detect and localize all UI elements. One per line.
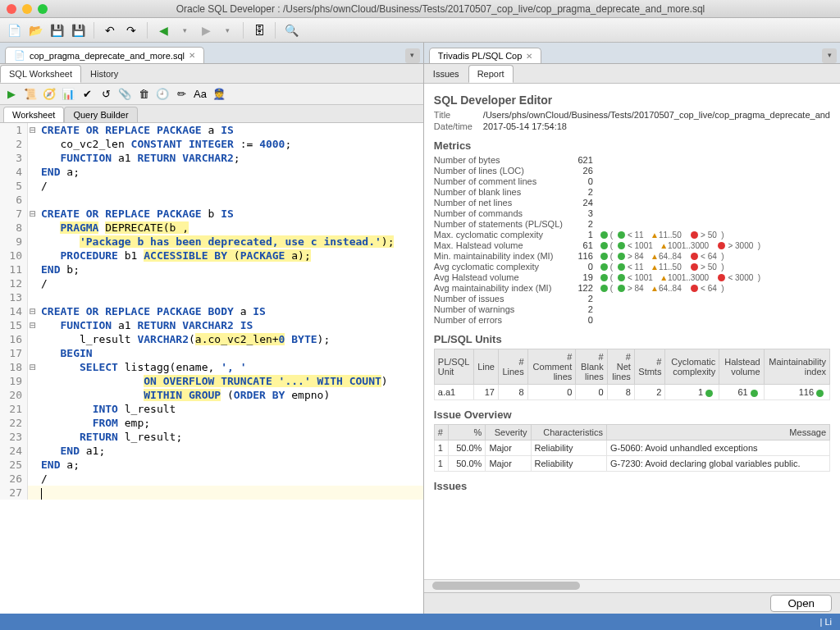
metric-row: Avg cyclomatic complexity0( < 11 ▲11..50…: [434, 262, 830, 272]
tab-sql-worksheet[interactable]: SQL Worksheet: [0, 65, 81, 83]
tab-worksheet[interactable]: Worksheet: [3, 107, 64, 122]
run-icon[interactable]: ▶: [3, 86, 20, 103]
close-window-icon[interactable]: [7, 4, 16, 14]
code-line[interactable]: 22 FROM emp;: [0, 416, 423, 430]
clear-icon[interactable]: 🗑: [135, 86, 152, 103]
code-line[interactable]: 23 RETURN l_result;: [0, 430, 423, 444]
report-heading: SQL Developer Editor: [434, 94, 830, 107]
cop-tab-menu-icon[interactable]: ▾: [822, 48, 837, 63]
tab-issues[interactable]: Issues: [424, 65, 468, 83]
explain-icon[interactable]: 🧭: [41, 86, 57, 103]
code-line[interactable]: 14⊟CREATE OR REPLACE PACKAGE BODY a IS: [0, 304, 423, 318]
tab-report[interactable]: Report: [468, 65, 514, 83]
new-icon[interactable]: 📄: [5, 21, 23, 39]
tab-list-menu-icon[interactable]: ▾: [405, 48, 420, 63]
code-line[interactable]: 16 l_result VARCHAR2(a.co_vc2_len+0 BYTE…: [0, 332, 423, 346]
zoom-window-icon[interactable]: [38, 4, 48, 14]
file-icon: 📄: [14, 50, 25, 61]
code-line[interactable]: 12/: [0, 276, 423, 290]
save-all-icon[interactable]: 💾: [69, 21, 87, 39]
metric-row: Number of statements (PL/SQL)2: [434, 219, 830, 229]
code-line[interactable]: 25END a;: [0, 458, 423, 472]
metric-row: Max. cyclomatic complexity1( < 11 ▲11..5…: [434, 230, 830, 240]
cop-subtabs: Issues Report: [424, 64, 840, 84]
code-line[interactable]: 9 'Package b has been deprecated, use c …: [0, 235, 423, 249]
code-line[interactable]: 20 WITHIN GROUP (ORDER BY empno): [0, 388, 423, 402]
code-line[interactable]: 11END b;: [0, 262, 423, 276]
table-row[interactable]: a.a11780082161116: [434, 385, 829, 400]
code-editor[interactable]: 1⊟CREATE OR REPLACE PACKAGE a IS2 co_vc2…: [0, 123, 423, 614]
save-icon[interactable]: 💾: [48, 21, 66, 39]
open-icon[interactable]: 📂: [26, 21, 44, 39]
open-button[interactable]: Open: [770, 595, 832, 612]
run-script-icon[interactable]: 📜: [22, 86, 39, 103]
rollback-icon[interactable]: ↺: [98, 86, 114, 103]
metric-row: Number of blank lines2: [434, 187, 830, 197]
back-menu-icon[interactable]: ▾: [176, 21, 194, 39]
metric-row: Number of comment lines0: [434, 176, 830, 186]
format-icon[interactable]: ✏: [173, 86, 189, 103]
titlebar: Oracle SQL Developer : /Users/phs/ownClo…: [0, 0, 840, 18]
close-tab-icon[interactable]: ✕: [189, 51, 195, 60]
metric-row: Max. Halstead volume61( < 1001 ▲1001..30…: [434, 240, 830, 250]
units-heading: PL/SQL Units: [434, 333, 830, 345]
close-cop-tab-icon[interactable]: ✕: [526, 52, 532, 61]
tab-query-builder[interactable]: Query Builder: [64, 107, 137, 122]
sql-history-icon[interactable]: 🕘: [154, 86, 171, 103]
metric-row: Number of bytes621: [434, 155, 830, 165]
code-line[interactable]: 26/: [0, 472, 423, 486]
code-line[interactable]: 10 PROCEDURE b1 ACCESSIBLE BY (PACKAGE a…: [0, 249, 423, 262]
metric-row: Number of commands3: [434, 208, 830, 218]
code-line[interactable]: 19 ON OVERFLOW TRUNCATE '...' WITH COUNT…: [0, 374, 423, 388]
report-bottom-bar: Open: [424, 592, 840, 614]
minimize-window-icon[interactable]: [22, 4, 32, 14]
issue-overview-heading: Issue Overview: [434, 409, 830, 421]
code-line[interactable]: 6: [0, 193, 423, 207]
code-line[interactable]: 18⊟ SELECT listagg(ename, ', ': [0, 360, 423, 374]
code-line[interactable]: 15⊟ FUNCTION a1 RETURN VARCHAR2 IS: [0, 318, 423, 332]
commit-icon[interactable]: ✔: [79, 86, 95, 103]
code-line[interactable]: 1⊟CREATE OR REPLACE PACKAGE a IS: [0, 123, 423, 137]
code-line[interactable]: 4END a;: [0, 165, 423, 179]
report-body: SQL Developer Editor Title /Users/phs/ow…: [424, 84, 840, 579]
unshared-icon[interactable]: 📎: [116, 86, 133, 103]
back-icon[interactable]: ◀: [154, 21, 172, 39]
code-line[interactable]: 24 END a1;: [0, 444, 423, 458]
title-value: /Users/phs/ownCloud/Business/Tests/20170…: [483, 110, 830, 120]
metric-row: Number of net lines24: [434, 198, 830, 208]
code-line[interactable]: 5/: [0, 179, 423, 193]
main-toolbar: 📄 📂 💾 💾 ↶ ↷ ◀ ▾ ▶ ▾ 🗄 🔍: [0, 18, 840, 43]
metric-row: Number of errors0: [434, 315, 830, 325]
metric-row: Min. maintainability index (MI)116( > 84…: [434, 251, 830, 261]
table-row[interactable]: 150.0%MajorReliabilityG-7230: Avoid decl…: [434, 456, 829, 472]
file-tab[interactable]: 📄 cop_pragma_deprecate_and_more.sql ✕: [5, 47, 204, 63]
cop-tabbar: Trivadis PL/SQL Cop ✕ ▾: [424, 43, 840, 64]
table-row[interactable]: 150.0%MajorReliabilityG-5060: Avoid unha…: [434, 441, 829, 456]
code-line[interactable]: 27: [0, 486, 423, 500]
status-text: | Li: [820, 617, 832, 627]
cop-icon[interactable]: 👮: [211, 86, 227, 103]
code-line[interactable]: 7⊟CREATE OR REPLACE PACKAGE b IS: [0, 207, 423, 221]
code-line[interactable]: 3 FUNCTION a1 RETURN VARCHAR2;: [0, 151, 423, 165]
autotrace-icon[interactable]: 📊: [60, 86, 76, 103]
code-line[interactable]: 17 BEGIN: [0, 346, 423, 360]
tab-history[interactable]: History: [81, 65, 127, 83]
issue-overview-table: #%SeverityCharacteristicsMessage150.0%Ma…: [434, 424, 830, 472]
sql-icon[interactable]: 🗄: [250, 21, 268, 39]
forward-icon[interactable]: ▶: [197, 21, 215, 39]
cop-tab[interactable]: Trivadis PL/SQL Cop ✕: [429, 48, 542, 63]
forward-menu-icon[interactable]: ▾: [218, 21, 236, 39]
status-bar: | Li: [0, 614, 840, 630]
file-tab-label: cop_pragma_deprecate_and_more.sql: [30, 51, 185, 61]
issues-heading: Issues: [434, 480, 830, 492]
redo-icon[interactable]: ↷: [122, 21, 140, 39]
metric-row: Avg maintainability index (MI)122( > 84 …: [434, 283, 830, 293]
upper-icon[interactable]: Aa: [192, 86, 208, 103]
code-line[interactable]: 13: [0, 290, 423, 304]
undo-icon[interactable]: ↶: [101, 21, 119, 39]
code-line[interactable]: 8 PRAGMA DEPRECATE(b ,: [0, 221, 423, 235]
code-line[interactable]: 21 INTO l_result: [0, 402, 423, 416]
find-icon[interactable]: 🔍: [282, 21, 300, 39]
code-line[interactable]: 2 co_vc2_len CONSTANT INTEGER := 4000;: [0, 137, 423, 151]
horizontal-scrollbar[interactable]: [424, 579, 840, 592]
